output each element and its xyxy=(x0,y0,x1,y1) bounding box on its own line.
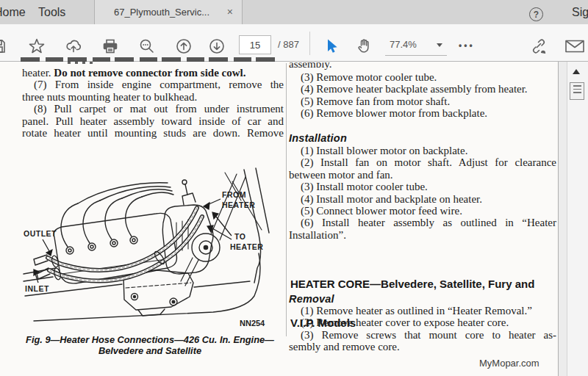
text-line: panel. Pull heater assembly toward insid… xyxy=(22,115,284,127)
hand-tool-icon[interactable] xyxy=(356,37,373,55)
text-line: between motor and fan. xyxy=(289,169,556,181)
text-line: (1) Remove heater as outlined in “Heater… xyxy=(289,305,556,317)
text-line: heater. Do not remove connector from sid… xyxy=(22,67,284,79)
page-gutter xyxy=(559,62,567,376)
figure-label-from: FROM xyxy=(222,190,246,199)
text-line: (5) Connect blower motor feed wire. xyxy=(289,205,556,217)
link-share-icon[interactable] xyxy=(529,37,547,55)
text-line: (2) Remove heater cover to expose heater… xyxy=(289,317,556,328)
text-line: Installation”. xyxy=(289,229,556,241)
more-tools-icon[interactable]: ••• xyxy=(459,40,475,51)
next-page-icon[interactable] xyxy=(208,37,226,55)
text-line: (5) Remove fan from motor shaft. xyxy=(289,95,556,107)
zoom-value: 77.4% xyxy=(390,35,417,54)
text-line: (6) Install heater assembly as outlined … xyxy=(289,217,556,228)
figure-label-from-2: HEATER xyxy=(222,200,255,209)
left-column: heater. Do not remove connector from sid… xyxy=(22,67,284,139)
save-icon[interactable] xyxy=(0,37,7,55)
figure-label-inlet: INLET xyxy=(25,284,49,293)
page-count-label: / 887 xyxy=(278,35,299,54)
text-line: (6) Remove blower motor from backplate. xyxy=(289,107,556,119)
watermark: MyMopar.com xyxy=(479,358,539,369)
clipped-text-descenders xyxy=(68,62,93,64)
document-tab-title: 67_Plymouth_Servic... xyxy=(114,0,209,24)
text-line: three nuts mounting heater to bulkhead. xyxy=(22,91,284,103)
main-toolbar: / 887 77.4% ••• xyxy=(0,24,588,62)
help-icon[interactable]: ? xyxy=(529,7,543,21)
right-column-core-removal-steps: (1) Remove heater as outlined in “Heater… xyxy=(289,305,556,353)
scrollbar-up-arrow-icon[interactable] xyxy=(573,69,580,74)
text-line: (4) Install motor and backplate on heate… xyxy=(289,193,556,205)
text-line: (8) Pull carpet or mat out from under in… xyxy=(22,103,284,115)
heater-hose-figure: OUTLET INLET FROM HEATER TO HEATER NN254 xyxy=(13,167,287,334)
share-cloud-icon[interactable] xyxy=(65,37,82,55)
print-icon[interactable] xyxy=(101,37,119,55)
text-line: (3) Install motor cooler tube. xyxy=(289,181,556,192)
tab-home[interactable]: Home xyxy=(0,0,26,24)
search-icon[interactable] xyxy=(138,37,156,55)
figure-label-to: TO xyxy=(234,232,245,241)
text-line: (2) Install fan on motor shaft. Adjust f… xyxy=(289,156,556,168)
document-tab[interactable]: 67_Plymouth_Servic... × xyxy=(94,0,243,24)
previous-page-icon[interactable] xyxy=(175,37,193,55)
figure-label-to-2: HEATER xyxy=(230,242,263,251)
page-number-input[interactable] xyxy=(239,35,271,54)
text-line: (1) Install blower motor on backplate. xyxy=(289,145,556,156)
close-icon[interactable]: × xyxy=(227,0,233,24)
email-icon[interactable] xyxy=(564,37,582,55)
figure-ref-code: NN254 xyxy=(240,319,265,328)
chevron-down-icon xyxy=(437,43,442,47)
star-icon[interactable] xyxy=(28,37,46,55)
text-line: (3) Remove screws that mount core to hea… xyxy=(289,329,556,341)
tab-tools[interactable]: Tools xyxy=(38,0,65,24)
installation-heading: Installation xyxy=(289,132,347,144)
text-line: sembly and remove core. xyxy=(289,341,556,352)
app-tab-bar: Home Tools 67_Plymouth_Servic... × ? Sig xyxy=(0,0,588,24)
text-line: rotate heater until mounting studs are d… xyxy=(22,127,284,139)
text-line: (3) Remove motor cooler tube. xyxy=(289,71,556,83)
zoom-level-dropdown[interactable]: 77.4% xyxy=(385,35,447,56)
acrobat-reader-window: Home Tools 67_Plymouth_Servic... × ? Sig xyxy=(0,0,588,376)
select-tool-icon[interactable] xyxy=(323,37,341,55)
scrollbar-thumb[interactable] xyxy=(570,82,584,100)
text-line: (4) Remove heater backplate assembly fro… xyxy=(289,83,556,95)
figure-label-outlet: OUTLET xyxy=(24,229,57,238)
text-line: (7) From inside engine compartment, remo… xyxy=(22,79,284,90)
clipped-text-line xyxy=(21,57,281,62)
sign-in-link[interactable]: Sig xyxy=(572,0,588,24)
removal-heading: Removal xyxy=(289,293,334,305)
right-column-installation-steps: (1) Install blower motor on backplate. (… xyxy=(289,145,556,241)
figure-caption-line-1: Fig. 9—Heater Hose Connections—426 Cu. I… xyxy=(13,334,287,345)
right-column-removal-steps: (3) Remove motor cooler tube. (4) Remove… xyxy=(289,71,556,120)
toolbar-divider xyxy=(309,32,310,55)
vertical-scrollbar[interactable] xyxy=(567,62,588,376)
figure-caption-line-2: Belvedere and Satellite xyxy=(13,345,287,356)
